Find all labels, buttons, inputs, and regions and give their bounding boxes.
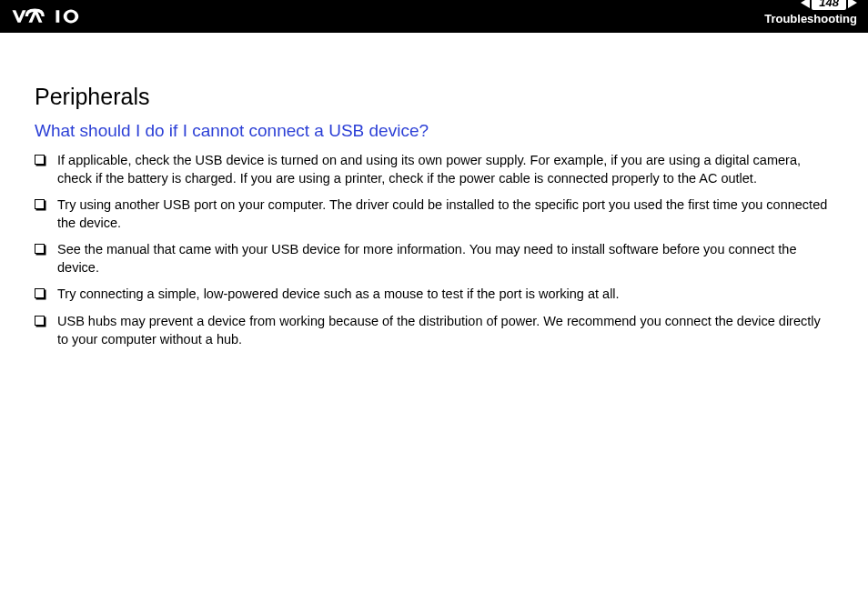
next-page-arrow-icon[interactable]: [848, 0, 857, 8]
page-number-badge: 148: [812, 0, 846, 10]
list-item: If applicable, check the USB device is t…: [35, 152, 833, 187]
bullet-text: USB hubs may prevent a device from worki…: [57, 313, 833, 348]
bullet-square-icon: [35, 288, 45, 298]
bullet-text: If applicable, check the USB device is t…: [57, 152, 833, 187]
bullet-square-icon: [35, 316, 45, 326]
bullet-text: See the manual that came with your USB d…: [57, 241, 833, 276]
list-item: USB hubs may prevent a device from worki…: [35, 313, 833, 348]
bullet-text: Try using another USB port on your compu…: [57, 196, 833, 232]
header-bar: 148 Troubleshooting: [0, 0, 868, 33]
page-content: Peripherals What should I do if I cannot…: [0, 33, 868, 348]
list-item: Try using another USB port on your compu…: [35, 196, 833, 232]
prev-page-arrow-icon[interactable]: [801, 0, 810, 8]
page-title: Peripherals: [35, 84, 833, 110]
list-item: Try connecting a simple, low-powered dev…: [35, 286, 833, 304]
svg-rect-0: [56, 10, 60, 23]
list-item: See the manual that came with your USB d…: [35, 241, 833, 276]
bullet-square-icon: [35, 244, 45, 254]
bullet-square-icon: [35, 155, 45, 165]
bullet-square-icon: [35, 199, 45, 209]
question-heading: What should I do if I cannot connect a U…: [35, 121, 833, 141]
section-label: Troubleshooting: [764, 12, 857, 25]
vaio-logo: [11, 7, 93, 25]
page-nav: 148: [801, 0, 857, 10]
bullet-text: Try connecting a simple, low-powered dev…: [57, 286, 833, 304]
bullet-list: If applicable, check the USB device is t…: [35, 152, 833, 348]
header-right: 148 Troubleshooting: [764, 8, 857, 25]
